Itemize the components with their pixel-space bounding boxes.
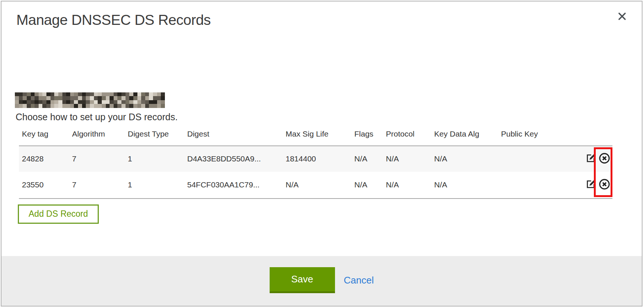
circle-x-icon <box>599 178 610 191</box>
cell-protocol: N/A <box>386 154 434 163</box>
cell-flags: N/A <box>354 154 386 163</box>
modal-title: Manage DNSSEC DS Records <box>1 1 642 29</box>
column-header-digest-type: Digest Type <box>128 130 187 138</box>
cell-key-data-alg: N/A <box>434 180 501 189</box>
delete-record-button[interactable] <box>599 178 610 191</box>
cell-max-sig-life: 1814400 <box>286 154 354 163</box>
column-header-public-key: Public Key <box>501 130 612 138</box>
cell-protocol: N/A <box>386 180 434 189</box>
cell-digest: D4A33E8DD550A9... <box>187 154 286 163</box>
add-ds-record-button[interactable]: Add DS Record <box>18 204 99 224</box>
column-header-algorithm: Algorithm <box>72 130 128 138</box>
edit-pencil-icon <box>585 179 596 191</box>
close-button[interactable] <box>616 10 628 23</box>
manage-dnssec-modal: Manage DNSSEC DS Records Choose how to s… <box>1 1 643 307</box>
cell-digest-type: 1 <box>128 180 187 189</box>
table-body: 24828 7 1 D4A33E8DD550A9... 1814400 N/A … <box>19 145 612 199</box>
column-header-max-sig-life: Max Sig Life <box>286 130 354 138</box>
table-row: 24828 7 1 D4A33E8DD550A9... 1814400 N/A … <box>19 146 612 172</box>
modal-footer: Save Cancel <box>1 256 642 306</box>
column-header-key-data-alg: Key Data Alg <box>434 130 501 138</box>
column-header-key-tag: Key tag <box>22 130 72 138</box>
ds-records-table: Key tag Algorithm Digest Type Digest Max… <box>19 122 612 199</box>
table-header-row: Key tag Algorithm Digest Type Digest Max… <box>19 122 612 145</box>
column-header-flags: Flags <box>354 130 386 138</box>
column-header-digest: Digest <box>187 130 286 138</box>
instruction-text: Choose how to set up your DS records. <box>16 112 642 122</box>
edit-record-button[interactable] <box>585 179 596 191</box>
cell-digest-type: 1 <box>128 154 187 163</box>
cell-algorithm: 7 <box>72 154 128 163</box>
cell-key-tag: 24828 <box>22 154 72 163</box>
cell-key-tag: 23550 <box>22 180 72 189</box>
close-x-icon <box>617 11 628 23</box>
edit-record-button[interactable] <box>585 153 596 165</box>
save-button[interactable]: Save <box>270 267 335 293</box>
circle-x-icon <box>599 153 610 165</box>
cell-max-sig-life: N/A <box>286 180 354 189</box>
row-actions <box>585 153 612 165</box>
cell-flags: N/A <box>354 180 386 189</box>
edit-pencil-icon <box>585 153 596 165</box>
delete-record-button[interactable] <box>599 153 610 165</box>
row-actions <box>585 178 612 191</box>
cancel-link[interactable]: Cancel <box>344 267 374 293</box>
cell-key-data-alg: N/A <box>434 154 501 163</box>
cell-algorithm: 7 <box>72 180 128 189</box>
cell-digest: 54FCF030AA1C79... <box>187 180 286 189</box>
redacted-domain-name <box>15 92 165 108</box>
table-row: 23550 7 1 54FCF030AA1C79... N/A N/A N/A … <box>19 172 612 198</box>
column-header-protocol: Protocol <box>386 130 434 138</box>
